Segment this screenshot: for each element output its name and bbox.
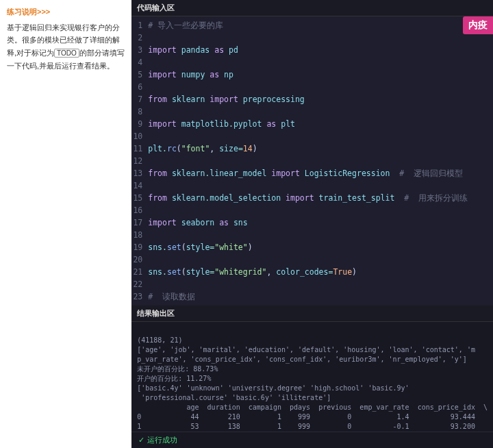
instructions-title: 练习说明>>>: [7, 5, 125, 18]
run-status: ✓ 运行成功: [131, 432, 493, 448]
status-text: 运行成功: [147, 435, 177, 445]
code-editor[interactable]: 1# 导入一些必要的库23import pandas as pd45import…: [131, 16, 493, 306]
check-icon: ✓: [138, 436, 144, 445]
instructions-body: 基于逻辑回归来实现银行客户的分类。很多的模块已经做了详细的解释,对于标记为TOD…: [7, 21, 125, 73]
output-area: (41188, 21) ['age', 'job', 'marital', 'e…: [131, 322, 493, 432]
todo-tag: TODO: [54, 49, 79, 58]
right-panel: 代码输入区 内疫 1# 导入一些必要的库23import pandas as p…: [131, 0, 493, 448]
instructions-panel: 练习说明>>> 基于逻辑回归来实现银行客户的分类。很多的模块已经做了详细的解释,…: [0, 0, 131, 448]
code-header: 代码输入区: [131, 0, 493, 16]
output-header: 结果输出区: [131, 306, 493, 322]
